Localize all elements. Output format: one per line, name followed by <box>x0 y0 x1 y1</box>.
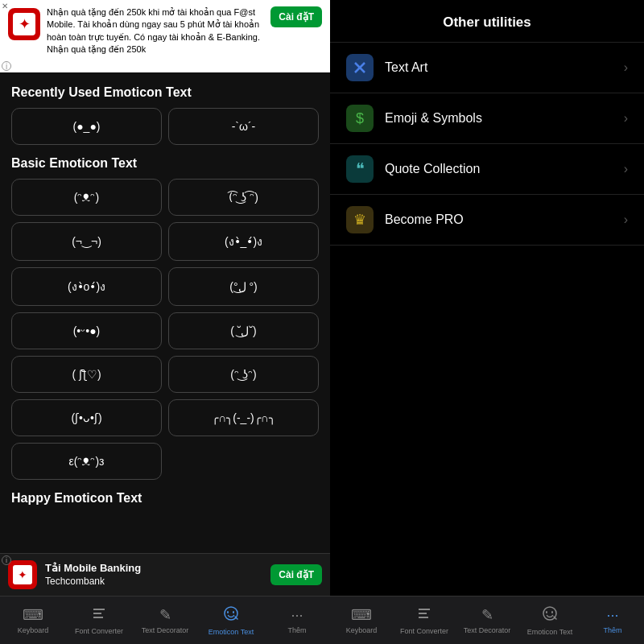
right-item-pro[interactable]: ♛ Become PRO › <box>330 195 644 246</box>
emoticon-btn-0[interactable]: (ᵔᴥᵔ) <box>11 179 162 216</box>
quote-icon: ❝ <box>346 155 374 183</box>
right-item-quote[interactable]: ❝ Quote Collection › <box>330 144 644 195</box>
recently-used-grid: (●_●) -`ω´- <box>11 108 319 145</box>
emoticon-btn-12[interactable]: ε(ᵔᴥᵔ)з <box>11 443 162 480</box>
left-nav-keyboard-label: Keyboard <box>18 626 49 634</box>
ad-logo-small-inner: ✦ <box>13 565 32 584</box>
quote-chevron: › <box>624 162 628 176</box>
svg-rect-7 <box>419 617 428 618</box>
right-item-text-art[interactable]: Text Art › <box>330 43 644 93</box>
keyboard-icon: ⌨ <box>23 606 43 624</box>
emoticon-btn-11[interactable]: ╭∩╮(-_-)╭∩╮ <box>168 399 319 436</box>
ad-top-text: Nhận quà tặng đến 250k khi mở tài khoản … <box>47 6 264 56</box>
left-nav-emoticon-text[interactable]: Emoticon Text <box>198 602 264 639</box>
emoticon-btn-7[interactable]: ( ˘ل͜˘) <box>168 312 319 349</box>
ad-logo-small: ✦ <box>8 560 37 589</box>
emoji-label: Emoji & Symbols <box>385 111 624 126</box>
more-icon: ··· <box>291 607 303 624</box>
ad-top-button[interactable]: Cài đặT <box>270 6 322 27</box>
right-bottom-nav: ⌨ Keyboard Font Converter ✎ Text Decorat… <box>330 596 644 644</box>
emoji-chevron: › <box>624 111 628 126</box>
left-nav-more-label: Thêm <box>287 626 306 634</box>
right-font-icon <box>417 606 431 625</box>
emoticon-btn-2[interactable]: (¬‿¬) <box>11 222 162 261</box>
ad-bottom-info-icon[interactable]: i <box>2 555 11 565</box>
text-art-icon <box>346 54 374 81</box>
left-nav-more[interactable]: ··· Thêm <box>264 604 330 638</box>
ad-bottom-title: Tải Mobile Banking <box>45 562 262 576</box>
text-art-label: Text Art <box>385 60 624 75</box>
ad-logo-star: ✦ <box>19 15 31 33</box>
left-nav-emoticon-label: Emoticon Text <box>208 628 254 636</box>
svg-rect-1 <box>93 613 101 614</box>
left-nav-font-converter[interactable]: Font Converter <box>66 603 132 638</box>
right-more-icon: ··· <box>606 607 618 624</box>
right-emoticon-icon <box>542 605 558 625</box>
crown-icon: ♛ <box>353 211 366 229</box>
right-nav-emoticon-label: Emoticon Text <box>527 628 572 636</box>
ad-banner-bottom: i ✦ Tải Mobile Banking Techcombank Cài đ… <box>0 553 330 596</box>
right-header: Other utilities <box>330 0 644 43</box>
pro-label: Become PRO <box>385 213 624 227</box>
right-decorator-icon: ✎ <box>481 606 493 624</box>
right-nav-font-converter[interactable]: Font Converter <box>393 603 456 638</box>
ad-banner-top: ✕ i ✦ Nhận quà tặng đến 250k khi mở tài … <box>0 0 330 72</box>
font-converter-icon <box>92 606 106 625</box>
ad-close-icon[interactable]: ✕ <box>2 2 8 10</box>
right-list: Text Art › $ Emoji & Symbols › ❝ Quote C… <box>330 43 644 596</box>
emoticon-btn-9[interactable]: (ᵔ ͜ʖᵔ) <box>168 356 319 393</box>
right-item-emoji[interactable]: $ Emoji & Symbols › <box>330 93 644 144</box>
right-nav-more-label: Thêm <box>603 626 621 634</box>
basic-emoticons-grid: (ᵔᴥᵔ) (͡ᵔ ͜ʖ ͡ᵔ) (¬‿¬) (ง•̀_•́)ง (ง•̀o•́… <box>11 179 319 480</box>
right-header-title: Other utilities <box>346 14 628 31</box>
dollar-icon: $ <box>356 110 364 127</box>
right-keyboard-icon: ⌨ <box>351 606 372 624</box>
quote-mark-icon: ❝ <box>356 159 365 179</box>
left-bottom-nav: ⌨ Keyboard Font Converter ✎ Text Decorat… <box>0 596 330 644</box>
right-panel: Other utilities Text Art › $ Emoji & Sym… <box>330 0 644 644</box>
ad-bottom-text: Tải Mobile Banking Techcombank <box>45 562 262 588</box>
emoticon-btn-1[interactable]: (͡ᵔ ͜ʖ ͡ᵔ) <box>168 179 319 216</box>
svg-rect-2 <box>93 617 103 618</box>
right-nav-keyboard[interactable]: ⌨ Keyboard <box>330 603 393 638</box>
emoticon-btn-recent-1[interactable]: -`ω´- <box>168 108 319 145</box>
right-nav-decorator-label: Text Decorator <box>464 626 511 634</box>
ad-logo-small-star: ✦ <box>18 568 27 581</box>
svg-rect-5 <box>419 609 430 610</box>
svg-rect-0 <box>93 609 105 610</box>
ad-bottom-button[interactable]: Cài đặT <box>270 564 322 585</box>
emoticon-btn-3[interactable]: (ง•̀_•́)ง <box>168 222 319 261</box>
text-art-chevron: › <box>624 60 628 75</box>
left-nav-font-label: Font Converter <box>75 627 123 635</box>
left-nav-keyboard[interactable]: ⌨ Keyboard <box>0 603 66 638</box>
right-nav-keyboard-label: Keyboard <box>346 626 378 634</box>
left-scroll: Recently Used Emoticon Text (●_●) -`ω´- … <box>0 72 330 553</box>
quote-label: Quote Collection <box>385 162 624 176</box>
pro-icon: ♛ <box>346 206 374 233</box>
right-nav-emoticon[interactable]: Emoticon Text <box>518 602 581 639</box>
left-nav-text-decorator[interactable]: ✎ Text Decorator <box>132 603 198 638</box>
basic-title: Basic Emoticon Text <box>11 156 319 171</box>
emoticon-btn-10[interactable]: (ʃ•ᴗ•ʃ) <box>11 399 162 436</box>
right-nav-text-decorator[interactable]: ✎ Text Decorator <box>456 603 518 638</box>
emoticon-btn-5[interactable]: (°ل͜ °) <box>168 267 319 306</box>
ad-logo-inner: ✦ <box>13 13 35 35</box>
emoticon-btn-recent-0[interactable]: (●_●) <box>11 108 162 145</box>
emoticon-btn-6[interactable]: (•ᵕ•●) <box>11 312 162 349</box>
text-decorator-icon: ✎ <box>159 606 171 624</box>
svg-rect-6 <box>419 613 427 614</box>
left-nav-decorator-label: Text Decorator <box>142 626 189 634</box>
left-panel: ✕ i ✦ Nhận quà tặng đến 250k khi mở tài … <box>0 0 330 644</box>
emoticon-text-icon <box>223 605 239 625</box>
right-nav-more[interactable]: ··· Thêm <box>581 604 644 638</box>
pro-chevron: › <box>624 213 628 227</box>
happy-title: Happy Emoticon Text <box>11 491 319 506</box>
emoticon-btn-4[interactable]: (ง•̀o•́)ง <box>11 267 162 306</box>
ad-logo: ✦ <box>8 8 40 40</box>
emoji-icon: $ <box>346 105 374 132</box>
recently-used-title: Recently Used Emoticon Text <box>11 85 319 100</box>
ad-info-icon[interactable]: i <box>2 61 11 71</box>
emoticon-btn-8[interactable]: ( ʃƪ♡) <box>11 356 162 393</box>
right-nav-font-label: Font Converter <box>400 627 448 635</box>
ad-bottom-subtitle: Techcombank <box>45 576 262 588</box>
